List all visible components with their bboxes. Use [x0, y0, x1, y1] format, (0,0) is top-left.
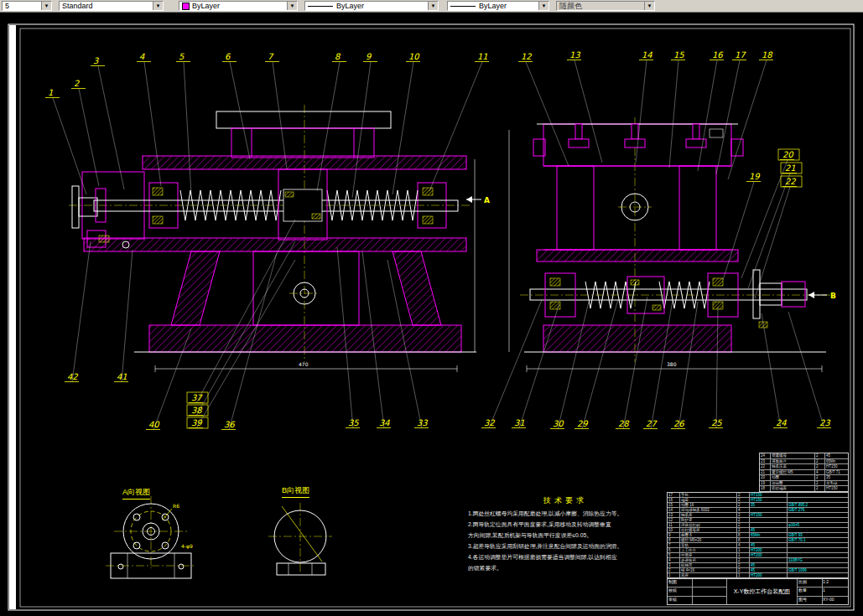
- sig-label: 制图: [668, 579, 693, 587]
- callout-11: 11: [477, 52, 488, 61]
- linetype-value: ByLayer: [336, 2, 364, 10]
- callout-3: 3: [93, 56, 99, 65]
- sig-value: [693, 597, 726, 604]
- info-label: 图号: [798, 597, 823, 604]
- sig-label: 校核: [668, 588, 693, 595]
- section-marker-a: A: [484, 196, 490, 204]
- callout-1: 1: [48, 88, 53, 97]
- detail-b-label: B向视图: [282, 485, 309, 498]
- callout-14: 14: [642, 50, 652, 60]
- color-dropdown[interactable]: ByLayer ▼: [179, 1, 298, 11]
- chevron-down-icon: ▼: [644, 2, 654, 10]
- callout-25: 25: [711, 418, 722, 427]
- callout-34: 34: [379, 418, 390, 427]
- top-toolbar: 5 ▼ Standard ▼ ByLayer ▼ ByLayer ▼ ByLay…: [0, 0, 863, 13]
- chevron-down-icon[interactable]: ▼: [538, 2, 548, 10]
- callout-7: 7: [268, 52, 274, 61]
- callout-28: 28: [618, 419, 630, 428]
- callout-15: 15: [673, 50, 684, 60]
- callout-10: 10: [408, 52, 420, 61]
- sig-value: [693, 588, 726, 595]
- callout-6: 6: [225, 52, 231, 61]
- dim-style-dropdown[interactable]: 5 ▼: [2, 1, 52, 11]
- callout-32: 32: [484, 418, 495, 427]
- bom-table: 17手轮2HT15016端盖2HT15015挡圈 16235GB/T 895.2…: [667, 492, 849, 578]
- callout-18: 18: [762, 50, 773, 60]
- callout-38: 38: [191, 406, 203, 415]
- section-marker-b: B: [830, 292, 836, 300]
- detail-view-b: [268, 503, 332, 575]
- sig-label: 审核: [668, 597, 693, 604]
- text-style-dropdown[interactable]: Standard ▼: [59, 1, 164, 11]
- callout-9: 9: [366, 52, 372, 61]
- lineweight-value: ByLayer: [479, 2, 507, 10]
- color-swatch: [182, 3, 190, 10]
- sig-value: [693, 579, 726, 587]
- lineweight-glyph: [450, 6, 476, 7]
- dim-left-bottom: 470: [299, 361, 309, 367]
- callout-21: 21: [785, 163, 796, 173]
- detail-a-label: A向视图: [122, 487, 150, 500]
- title-block: 制图 校核 审核 X-Y数控工作台装配图 比例 1:2 数量 1 图号 XY-0…: [667, 578, 849, 605]
- dim-right-bottom: 380: [667, 361, 677, 367]
- callout-16: 16: [712, 50, 724, 60]
- callout-35: 35: [348, 418, 359, 427]
- info-value: XY-00: [823, 597, 848, 604]
- callout-40: 40: [148, 420, 160, 429]
- plot-style-dropdown: 随颜色 ▼: [556, 1, 655, 11]
- info-label: 数量: [798, 588, 823, 595]
- info-label: 比例: [798, 579, 823, 587]
- callout-29: 29: [577, 419, 589, 428]
- tech-requirements-lines: 1.两处丝杠螺母均采用配磨处理,以减小摩擦、消除热应力等。2.两导轨定位面具有平…: [468, 508, 663, 573]
- linetype-glyph: [308, 6, 333, 7]
- info-value: 1: [823, 588, 848, 595]
- callout-17: 17: [735, 50, 746, 60]
- callout-27: 27: [646, 419, 658, 428]
- callout-37: 37: [191, 393, 203, 402]
- callout-4: 4: [139, 52, 145, 61]
- callout-2: 2: [74, 79, 80, 88]
- callout-20: 20: [782, 150, 794, 159]
- tech-requirements-title: 技术要求: [468, 495, 663, 506]
- callout-41: 41: [117, 372, 127, 381]
- title-block-info: 比例 1:2 数量 1 图号 XY-00: [798, 579, 848, 604]
- callout-39: 39: [191, 418, 203, 427]
- callout-8: 8: [335, 52, 341, 61]
- plot-style-value: 随颜色: [559, 1, 582, 11]
- callout-12: 12: [521, 52, 532, 61]
- callout-13: 13: [569, 50, 580, 60]
- detail-a-note-holes: 4-φ9: [181, 543, 193, 550]
- color-value: ByLayer: [192, 2, 220, 10]
- callout-24: 24: [776, 418, 787, 427]
- callout-26: 26: [673, 419, 685, 428]
- callout-5: 5: [179, 52, 185, 61]
- detail-view-a: R6 4-φ9: [106, 496, 196, 578]
- linetype-dropdown[interactable]: ByLayer ▼: [304, 1, 439, 11]
- title-block-signatures: 制图 校核 审核: [668, 579, 727, 604]
- front-view: [69, 105, 476, 362]
- chevron-down-icon[interactable]: ▼: [287, 2, 297, 10]
- info-value: 1:2: [823, 579, 848, 587]
- detail-a-note-r: R6: [173, 503, 179, 509]
- callout-42: 42: [67, 372, 78, 381]
- callout-31: 31: [514, 418, 525, 427]
- callout-22: 22: [785, 177, 796, 186]
- drawing-title: X-Y数控工作台装配图: [727, 579, 798, 604]
- tech-requirements: 技术要求 1.两处丝杠螺母均采用配磨处理,以减小摩擦、消除热应力等。2.两导轨定…: [468, 495, 663, 573]
- callout-19: 19: [749, 172, 761, 181]
- chevron-down-icon[interactable]: ▼: [428, 2, 438, 10]
- dim-style-value: 5: [5, 2, 9, 10]
- callout-33: 33: [417, 418, 428, 427]
- parts-table-upper: 24锁紧螺母24523调整垫片265Mn22轴承压盖2HT15021紧定螺钉 M…: [759, 453, 849, 492]
- callout-23: 23: [819, 418, 830, 427]
- chevron-down-icon[interactable]: ▼: [41, 2, 51, 10]
- callout-36: 36: [224, 420, 236, 429]
- lineweight-dropdown[interactable]: ByLayer ▼: [447, 1, 549, 11]
- text-style-value: Standard: [62, 2, 93, 10]
- callout-30: 30: [553, 419, 564, 428]
- chevron-down-icon[interactable]: ▼: [153, 2, 163, 10]
